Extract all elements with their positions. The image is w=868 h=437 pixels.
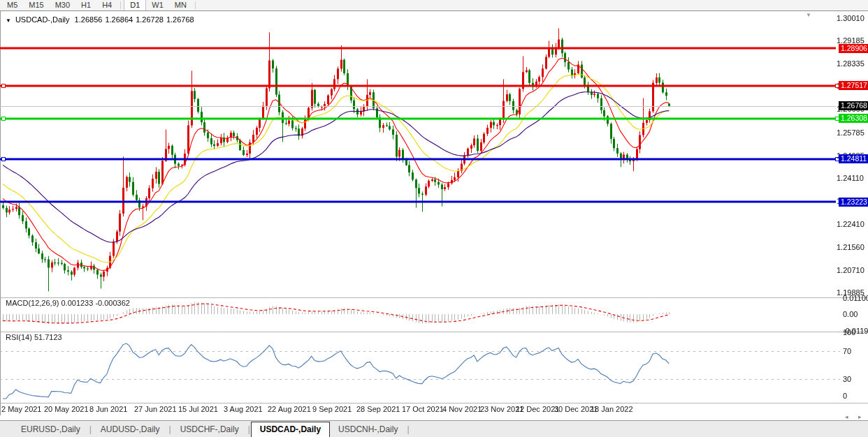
timeframe-button-w1[interactable]: W1 [146,0,169,10]
timeframe-button-d1[interactable]: D1 [124,0,146,10]
timeframe-toolbar: M5M15M30H1H4D1W1MN [0,0,868,11]
price-chart-canvas[interactable] [0,0,868,437]
toolbar-separator [195,1,196,9]
chart-tab-usdcad[interactable]: USDCAD-,Daily [251,422,330,437]
timeframe-button-h4[interactable]: H4 [96,0,117,10]
timeframe-button-mn[interactable]: MN [169,0,192,10]
timeframe-button-h1[interactable]: H1 [75,0,96,10]
chart-tab-usdchf[interactable]: USDCHF-,Daily [172,422,247,437]
chart-tab-usdcnh[interactable]: USDCNH-,Daily [330,422,406,437]
chart-tabs-bar: EURUSD-,Daily|AUDUSD-,Daily|USDCHF-,Dail… [0,420,868,437]
scroll-right-icon[interactable]: ▸ [858,413,862,420]
mt4-window: { "toolbar": { "timeframes": ["M5","M15"… [0,0,868,437]
timeframe-button-m5[interactable]: M5 [1,0,23,10]
scroll-left-icon[interactable]: ◂ [845,413,848,420]
toolbar-separator [120,1,121,9]
chart-scrollbar[interactable]: ◂ ▸ [0,415,868,420]
chart-tab-audusd[interactable]: AUDUSD-,Daily [92,422,168,437]
timeframe-button-m15[interactable]: M15 [23,0,49,10]
timeframe-button-m30[interactable]: M30 [50,0,75,10]
tab-separator: | [406,424,410,434]
chart-tab-eurusd[interactable]: EURUSD-,Daily [13,422,89,437]
